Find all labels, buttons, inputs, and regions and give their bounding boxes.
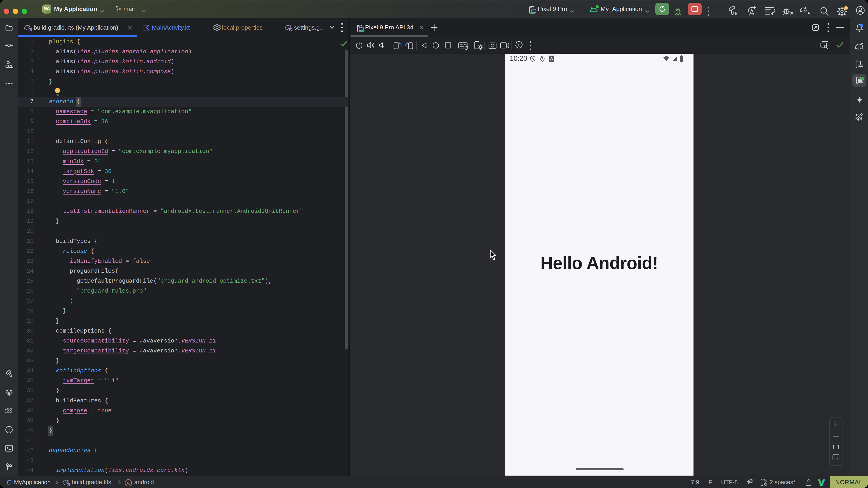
svg-text:A: A bbox=[550, 57, 553, 60]
